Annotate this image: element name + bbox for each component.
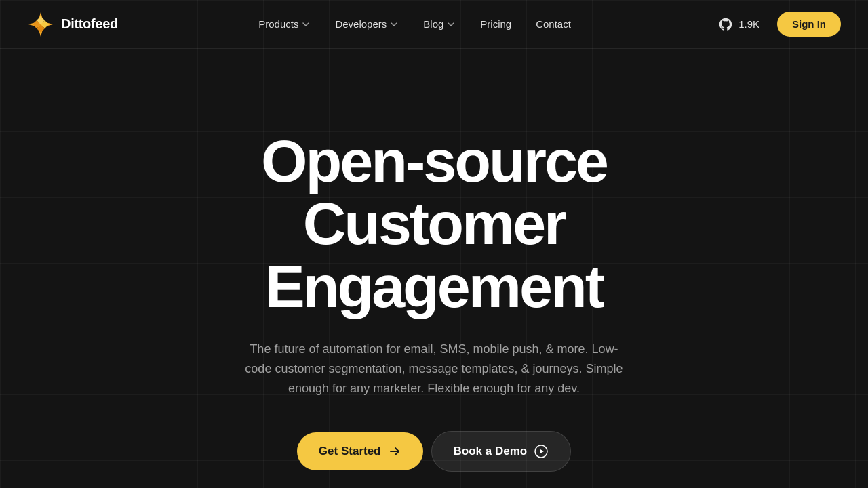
hero-section: Open-source Customer Engagement The futu… <box>0 49 868 488</box>
nav-pricing[interactable]: Pricing <box>471 13 521 35</box>
github-count: 1.9K <box>738 18 760 30</box>
nav-center: Products Developers Blog Pricing Contact <box>249 13 580 35</box>
nav-pricing-label: Pricing <box>480 18 511 30</box>
nav-right: 1.9K Sign In <box>711 12 841 37</box>
github-button[interactable]: 1.9K <box>711 13 766 36</box>
nav-products[interactable]: Products <box>249 13 320 35</box>
github-icon <box>718 17 733 32</box>
logo[interactable]: Dittofeed <box>27 11 118 38</box>
get-started-button[interactable]: Get Started <box>297 432 423 470</box>
nav-developers[interactable]: Developers <box>326 13 408 35</box>
nav-blog-label: Blog <box>423 18 443 30</box>
logo-text: Dittofeed <box>61 16 118 32</box>
book-demo-button[interactable]: Book a Demo <box>431 431 572 472</box>
navbar: Dittofeed Products Developers Blog Prici… <box>0 0 868 49</box>
arrow-right-icon <box>388 445 401 458</box>
hero-title-line1: Open-source Customer <box>261 127 607 257</box>
hero-title-line2: Engagement <box>265 253 603 320</box>
play-icon <box>534 444 549 459</box>
nav-developers-label: Developers <box>335 18 387 30</box>
chevron-down-icon <box>301 20 311 29</box>
nav-contact[interactable]: Contact <box>526 13 580 35</box>
get-started-label: Get Started <box>319 445 381 458</box>
hero-subtitle: The future of automation for email, SMS,… <box>244 340 624 398</box>
hero-title: Open-source Customer Engagement <box>129 130 739 318</box>
hero-buttons: Get Started Book a Demo <box>297 431 571 472</box>
chevron-down-icon-2 <box>389 20 399 29</box>
nav-contact-label: Contact <box>536 18 571 30</box>
nav-blog[interactable]: Blog <box>414 13 465 35</box>
nav-products-label: Products <box>258 18 298 30</box>
chevron-down-icon-3 <box>446 20 456 29</box>
signin-button[interactable]: Sign In <box>777 12 841 37</box>
logo-icon <box>27 11 54 38</box>
book-demo-label: Book a Demo <box>454 445 528 458</box>
